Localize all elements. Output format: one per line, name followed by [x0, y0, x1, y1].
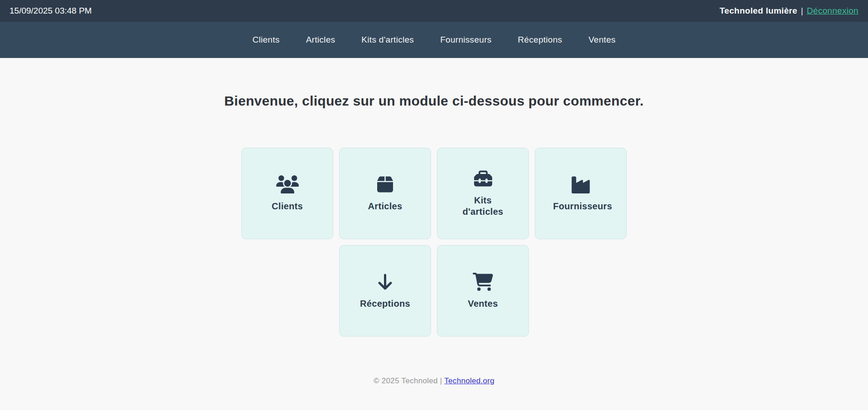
- module-label: Ventes: [468, 298, 498, 309]
- module-label: Clients: [272, 201, 303, 212]
- footer-separator: |: [440, 376, 442, 385]
- module-card-ventes[interactable]: Ventes: [437, 245, 529, 337]
- nav-item-kits-articles[interactable]: Kits d'articles: [361, 35, 414, 45]
- topbar-separator: |: [801, 6, 803, 16]
- footer-site-link[interactable]: Technoled.org: [444, 376, 494, 385]
- module-card-fournisseurs[interactable]: Fournisseurs: [535, 148, 627, 239]
- topbar: 15/09/2025 03:48 PM Technoled lumière | …: [0, 0, 868, 22]
- copyright-text: © 2025 Technoled: [374, 376, 438, 385]
- logout-link[interactable]: Déconnexion: [807, 6, 858, 16]
- module-card-articles[interactable]: Articles: [339, 148, 431, 239]
- cart-icon: [473, 273, 493, 291]
- main-nav: Clients Articles Kits d'articles Fournis…: [0, 22, 868, 58]
- users-icon: [276, 175, 299, 193]
- factory-icon: [571, 175, 591, 193]
- nav-item-clients[interactable]: Clients: [252, 35, 279, 45]
- module-label: Kits d'articles: [456, 195, 511, 217]
- datetime-display: 15/09/2025 03:48 PM: [10, 6, 92, 16]
- nav-item-articles[interactable]: Articles: [306, 35, 336, 45]
- welcome-heading: Bienvenue, cliquez sur un module ci-dess…: [0, 93, 868, 109]
- module-label: Fournisseurs: [553, 201, 609, 212]
- module-card-kits-articles[interactable]: Kits d'articles: [437, 148, 529, 239]
- module-grid: Clients Articles Kits d'articles Fournis…: [238, 148, 630, 337]
- module-label: Réceptions: [360, 298, 410, 309]
- module-card-clients[interactable]: Clients: [241, 148, 333, 239]
- toolbox-icon: [474, 169, 492, 188]
- user-name: Technoled lumière: [719, 6, 797, 16]
- arrow-down-icon: [378, 273, 392, 291]
- module-label: Articles: [368, 201, 403, 212]
- module-card-receptions[interactable]: Réceptions: [339, 245, 431, 337]
- footer: © 2025 Technoled | Technoled.org: [0, 376, 868, 404]
- nav-item-receptions[interactable]: Réceptions: [518, 35, 562, 45]
- nav-item-ventes[interactable]: Ventes: [589, 35, 616, 45]
- topbar-user-area: Technoled lumière | Déconnexion: [719, 6, 858, 16]
- box-icon: [377, 175, 393, 193]
- nav-item-fournisseurs[interactable]: Fournisseurs: [440, 35, 491, 45]
- main-content: Bienvenue, cliquez sur un module ci-dess…: [0, 93, 868, 337]
